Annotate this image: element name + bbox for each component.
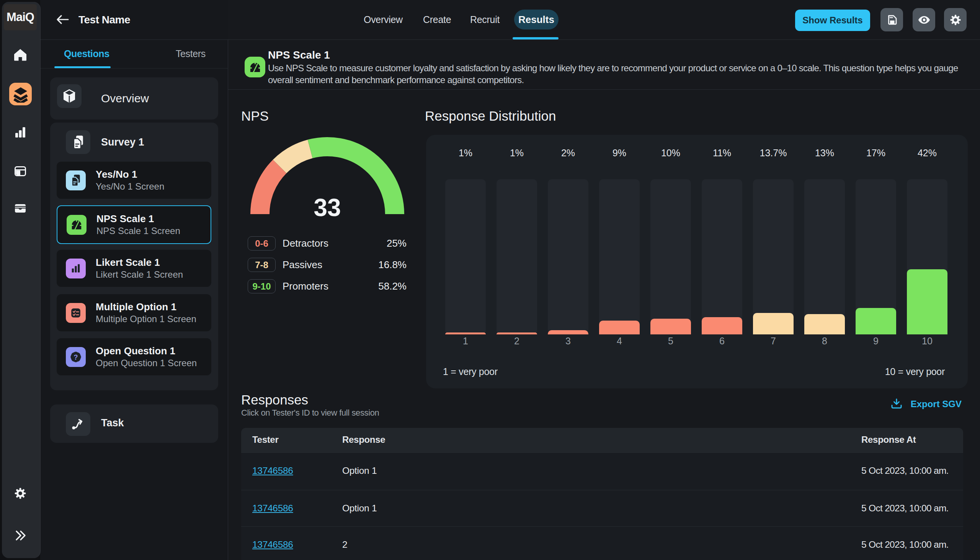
svg-text:?: ? (74, 353, 78, 361)
